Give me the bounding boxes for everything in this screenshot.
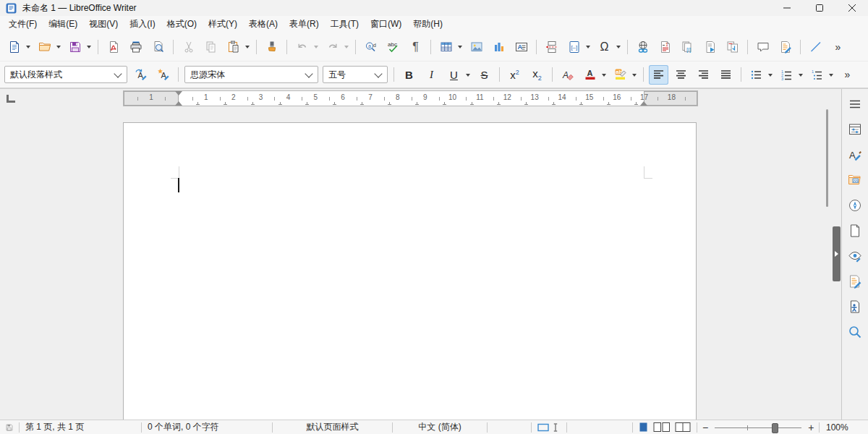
cut-button[interactable]	[179, 37, 198, 56]
print-preview-button[interactable]	[148, 37, 168, 56]
outline-list-dropdown[interactable]	[829, 74, 833, 79]
align-left-button[interactable]	[649, 65, 668, 85]
align-center-button[interactable]	[671, 65, 691, 85]
undo-button[interactable]	[292, 37, 312, 56]
document-info-status[interactable]	[567, 420, 632, 434]
clone-formatting-button[interactable]	[262, 37, 281, 56]
bullet-list-button[interactable]	[746, 65, 766, 85]
insert-hyperlink-button[interactable]	[633, 37, 652, 56]
font-color-button[interactable]: A	[580, 65, 600, 85]
sidebar-item-properties[interactable]	[845, 119, 865, 140]
zoom-out-button[interactable]: −	[700, 422, 710, 433]
book-view-button[interactable]	[675, 422, 691, 433]
insert-field-dropdown[interactable]	[586, 46, 590, 51]
menu-window[interactable]: 窗口(W)	[365, 16, 407, 33]
left-indent-marker[interactable]	[175, 98, 182, 106]
redo-dropdown[interactable]	[344, 46, 349, 51]
new-document-dropdown[interactable]	[26, 46, 30, 51]
superscript-button[interactable]: x2	[505, 65, 524, 85]
maximize-button[interactable]	[803, 0, 835, 16]
update-style-button[interactable]: A	[131, 65, 150, 85]
save-button[interactable]	[65, 37, 85, 56]
document-page[interactable]	[123, 122, 697, 422]
bullet-list-dropdown[interactable]	[768, 74, 773, 79]
copy-button[interactable]	[201, 37, 221, 56]
italic-button[interactable]: I	[422, 65, 441, 85]
vertical-scrollbar-thumb[interactable]	[826, 109, 828, 207]
undo-dropdown[interactable]	[314, 46, 318, 51]
sidebar-item-style-inspector[interactable]	[845, 246, 865, 266]
formatting-marks-button[interactable]: ¶	[406, 37, 425, 56]
menu-tools[interactable]: 工具(T)	[325, 16, 365, 33]
zoom-slider[interactable]	[715, 422, 801, 433]
multi-page-view-button[interactable]	[653, 422, 671, 433]
close-button[interactable]	[835, 0, 868, 16]
menu-table[interactable]: 表格(A)	[243, 16, 284, 33]
special-character-dropdown[interactable]	[616, 46, 621, 51]
toolbar-overflow-button[interactable]: »	[828, 37, 848, 56]
outline-list-button[interactable]: 1	[807, 65, 827, 85]
highlight-color-dropdown[interactable]	[632, 74, 637, 79]
insert-cross-reference-button[interactable]	[723, 37, 742, 56]
menu-edit[interactable]: 编辑(E)	[43, 16, 83, 33]
subscript-button[interactable]: x2	[527, 65, 547, 85]
find-and-replace-button[interactable]: ad	[361, 37, 380, 56]
zoom-in-button[interactable]: +	[806, 422, 816, 433]
clear-formatting-button[interactable]: A	[558, 65, 577, 85]
open-dropdown[interactable]	[56, 46, 61, 51]
strikethrough-button[interactable]: S	[475, 65, 494, 85]
underline-button[interactable]: U	[444, 65, 464, 85]
insert-chart-button[interactable]	[489, 37, 509, 56]
menu-help[interactable]: 帮助(H)	[407, 16, 448, 33]
insert-endnote-button[interactable]: [i]	[678, 37, 697, 56]
word-count-status[interactable]: 0 个单词, 0 个字符	[142, 420, 272, 434]
insert-page-break-button[interactable]	[542, 37, 561, 56]
sidebar-item-navigator[interactable]	[845, 195, 865, 216]
underline-dropdown[interactable]	[466, 74, 470, 79]
font-color-dropdown[interactable]	[602, 74, 606, 79]
paragraph-style-combobox[interactable]: 默认段落样式	[4, 66, 127, 83]
insert-line-button[interactable]	[806, 37, 825, 56]
zoom-slider-thumb[interactable]	[772, 423, 778, 433]
minimize-button[interactable]	[770, 0, 803, 16]
sidebar-item-styles[interactable]: A	[845, 145, 865, 165]
open-button[interactable]	[35, 37, 54, 56]
zoom-level-status[interactable]: 100%	[820, 420, 854, 434]
print-button[interactable]	[126, 37, 145, 56]
track-changes-button[interactable]	[775, 37, 795, 56]
numbered-list-dropdown[interactable]	[799, 74, 803, 79]
font-name-combobox[interactable]: 思源宋体	[184, 66, 318, 83]
save-dropdown[interactable]	[87, 46, 91, 51]
selection-mode-status[interactable]	[532, 420, 566, 434]
menu-view[interactable]: 视图(V)	[83, 16, 124, 33]
numbered-list-button[interactable]: 123	[777, 65, 796, 85]
menu-styles[interactable]: 样式(Y)	[203, 16, 243, 33]
sidebar-item-page[interactable]	[845, 221, 865, 241]
save-indicator[interactable]	[0, 420, 19, 434]
spelling-button[interactable]: abc	[383, 37, 403, 56]
language-status[interactable]: 中文 (简体)	[393, 420, 487, 434]
new-document-button[interactable]	[4, 37, 24, 56]
font-size-combobox[interactable]: 五号	[323, 66, 388, 83]
insert-table-dropdown[interactable]	[458, 46, 462, 51]
formatting-overflow-button[interactable]: »	[838, 65, 857, 85]
export-pdf-button[interactable]	[103, 37, 123, 56]
page-number-status[interactable]: 第 1 页, 共 1 页	[20, 420, 141, 434]
sidebar-hide-handle[interactable]	[833, 226, 841, 281]
highlight-color-button[interactable]: ab	[610, 65, 630, 85]
insert-bookmark-button[interactable]	[700, 37, 720, 56]
menu-file[interactable]: 文件(F)	[3, 16, 43, 33]
menu-format[interactable]: 格式(O)	[161, 16, 203, 33]
insert-table-button[interactable]	[436, 37, 456, 56]
insert-text-box-button[interactable]: A	[511, 37, 531, 56]
menu-form[interactable]: 表单(R)	[284, 16, 325, 33]
sidebar-item-accessibility-check[interactable]	[845, 297, 865, 317]
new-style-button[interactable]: A	[153, 65, 173, 85]
paste-button[interactable]	[224, 37, 243, 56]
insert-special-character-button[interactable]: Ω	[595, 37, 614, 56]
single-page-view-button[interactable]	[639, 422, 648, 433]
sidebar-item-manage-changes[interactable]	[845, 271, 865, 292]
insert-comment-button[interactable]	[753, 37, 773, 56]
insert-footnote-button[interactable]: 1	[655, 37, 675, 56]
redo-button[interactable]	[323, 37, 342, 56]
